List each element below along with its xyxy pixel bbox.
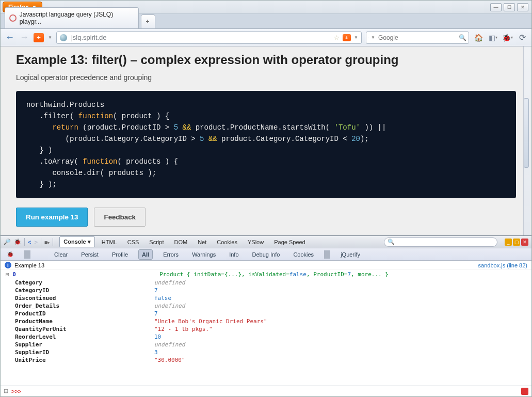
console-filter-jquerify[interactable]: jQuerify <box>337 250 363 259</box>
devtools-tab-yslow[interactable]: YSlow <box>244 237 267 247</box>
addthis-button[interactable]: + <box>34 33 44 42</box>
panel-left-icon[interactable]: < <box>28 239 31 245</box>
tab-title: Javascript language query (JSLQ) playgr.… <box>20 11 133 25</box>
home-button[interactable]: 🏠 <box>473 33 483 43</box>
forward-button[interactable]: → <box>19 33 29 43</box>
console-filter-debug-info[interactable]: Debug Info <box>249 250 283 259</box>
devtools-minimize-button[interactable]: _ <box>505 239 512 246</box>
property-row: ProductID7 <box>1 310 531 317</box>
new-tab-button[interactable]: + <box>141 14 155 28</box>
property-value: 10 <box>154 334 161 340</box>
property-key: QuantityPerUnit <box>15 326 154 332</box>
browser-tabbar: Javascript language query (JSLQ) playgr.… <box>1 14 531 29</box>
panel-right-icon[interactable]: > <box>34 239 37 245</box>
devtools-tab-page-speed[interactable]: Page Speed <box>270 237 309 247</box>
address-bar[interactable]: ☆ + ▼ <box>56 31 362 44</box>
reload-button[interactable]: ⟳ <box>517 33 527 43</box>
chevron-down-icon[interactable]: ▼ <box>354 35 358 40</box>
property-row: UnitPrice"30.0000" <box>1 356 531 364</box>
property-row: Order_Detailsundefined <box>1 302 531 310</box>
firebug-icon[interactable]: 🐞 <box>14 239 21 245</box>
run-example-button[interactable]: Run example 13 <box>16 208 88 227</box>
scrollbar-thumb[interactable] <box>524 98 529 168</box>
property-value: undefined <box>154 303 185 309</box>
devtools-tab-html[interactable]: HTML <box>98 237 121 247</box>
inspect-icon[interactable]: 🔎 <box>4 239 11 245</box>
search-bar[interactable]: g ▼ 🔍 <box>366 31 469 44</box>
object-header[interactable]: ⊟ 0 Product { initData={...}, isValidate… <box>1 270 531 279</box>
search-icon: 🔍 <box>388 239 395 245</box>
property-row: ReorderLevel10 <box>1 333 531 341</box>
console-filter-profile[interactable]: Profile <box>109 250 131 259</box>
property-row: Discontinuedfalse <box>1 294 531 302</box>
lines-icon[interactable]: ≡▾ <box>44 239 50 245</box>
property-value: undefined <box>154 341 185 348</box>
property-key: CategoryID <box>15 287 154 294</box>
addthis-small-button[interactable]: + <box>343 34 351 41</box>
property-key: Order_Details <box>15 303 154 309</box>
console-subtoolbar: 🐞 ClearPersistProfileAllErrorsWarningsIn… <box>1 248 531 261</box>
code-block: northwind.Products .filter( function( pr… <box>16 91 516 198</box>
devtools-panel: 🔎 🐞 < > ≡▾ Console ▾HTMLCSSScriptDOMNetC… <box>1 236 531 396</box>
bookmarks-button[interactable]: ◧▾ <box>488 33 498 43</box>
property-value: 3 <box>154 349 158 356</box>
property-row: CategoryID7 <box>1 287 531 294</box>
firebug-icon[interactable]: 🐞 <box>4 249 17 259</box>
devtools-tab-css[interactable]: CSS <box>124 237 143 247</box>
devtools-tab-script[interactable]: Script <box>146 237 167 247</box>
property-value: 7 <box>154 287 158 294</box>
prompt-icon: >>> <box>11 388 21 394</box>
property-row: ProductName"Uncle Bob's Organic Dried Pe… <box>1 317 531 325</box>
console-filter-info[interactable]: Info <box>226 250 241 259</box>
console-filter-persist[interactable]: Persist <box>78 250 102 259</box>
page-viewport: Example 13: filter() – complex expressio… <box>1 46 531 236</box>
console-filter-warnings[interactable]: Warnings <box>189 250 219 259</box>
property-row: Supplierundefined <box>1 341 531 348</box>
devtools-popout-button[interactable]: ▢ <box>513 239 520 246</box>
close-button[interactable]: ✕ <box>517 3 528 11</box>
console-filter-all[interactable]: All <box>138 249 153 260</box>
info-icon: i <box>5 262 11 268</box>
browser-tab-active[interactable]: Javascript language query (JSLQ) playgr.… <box>5 7 139 28</box>
content-scrollbar[interactable] <box>523 46 530 235</box>
object-index: 0 <box>12 271 16 278</box>
chevron-down-icon[interactable]: ▼ <box>48 35 52 40</box>
console-filter-clear[interactable]: Clear <box>51 250 71 259</box>
devtools-close-button[interactable]: ✕ <box>521 239 528 246</box>
devtools-tab-net[interactable]: Net <box>194 237 210 247</box>
property-value: undefined <box>154 279 185 286</box>
property-key: UnitPrice <box>15 357 154 363</box>
firebug-button[interactable]: 🐞▾ <box>502 33 513 43</box>
console-filter-errors[interactable]: Errors <box>160 250 182 259</box>
devtools-search[interactable]: 🔍 <box>384 237 497 247</box>
property-value: "Uncle Bob's Organic Dried Pears" <box>154 318 267 325</box>
expand-icon[interactable]: ⊟ <box>6 271 9 278</box>
property-key: Category <box>15 279 154 286</box>
property-value: "12 - 1 lb pkgs." <box>154 326 213 332</box>
console-command-line[interactable]: ⊟ >>> <box>1 386 531 396</box>
devtools-tab-cookies[interactable]: Cookies <box>213 237 241 247</box>
back-button[interactable]: ← <box>5 33 15 43</box>
devtools-tab-console[interactable]: Console ▾ <box>59 236 94 247</box>
property-row: QuantityPerUnit"12 - 1 lb pkgs." <box>1 325 531 333</box>
search-icon[interactable]: 🔍 <box>459 34 466 41</box>
devtools-tab-dom[interactable]: DOM <box>170 237 191 247</box>
object-summary: Product { initData={...}, isValidated=fa… <box>159 271 389 278</box>
console-log[interactable]: i Example 13 sandbox.js (line 82) ⊟ 0 Pr… <box>1 261 531 386</box>
property-key: ProductName <box>15 318 154 325</box>
console-filter-cookies[interactable]: Cookies <box>290 250 317 259</box>
url-input[interactable] <box>70 33 331 42</box>
property-key: ProductID <box>15 310 154 317</box>
button-row: Run example 13 Feedback <box>16 208 516 227</box>
search-input[interactable] <box>377 34 457 42</box>
stop-icon[interactable] <box>521 388 528 395</box>
page-title: Example 13: filter() – complex expressio… <box>16 53 516 67</box>
source-link[interactable]: sandbox.js (line 82) <box>478 262 527 268</box>
devtools-toolbar: 🔎 🐞 < > ≡▾ Console ▾HTMLCSSScriptDOMNetC… <box>1 236 531 248</box>
maximize-button[interactable]: ☐ <box>504 3 515 11</box>
feedback-button[interactable]: Feedback <box>94 208 146 227</box>
collapse-icon[interactable]: ⊟ <box>4 388 8 394</box>
console-info-row: i Example 13 sandbox.js (line 82) <box>1 261 531 270</box>
star-icon[interactable]: ☆ <box>334 34 340 41</box>
minimize-button[interactable]: — <box>490 3 502 11</box>
